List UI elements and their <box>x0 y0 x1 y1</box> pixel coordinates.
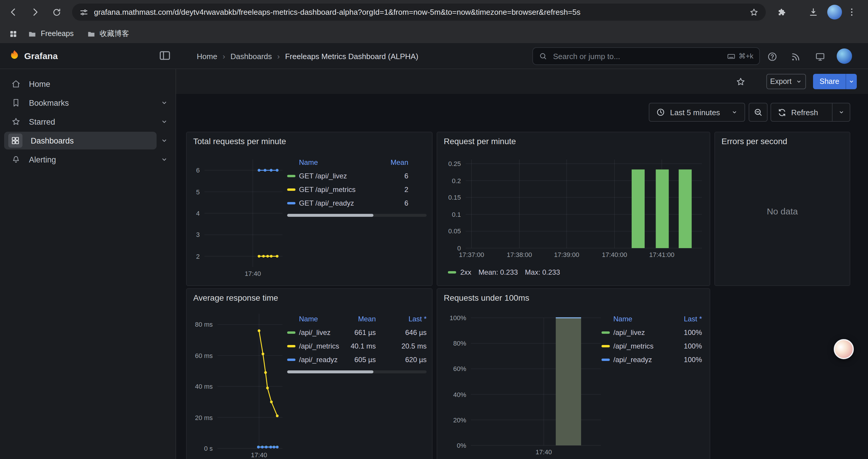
legend-row[interactable]: /api/_livez 100% <box>601 326 702 339</box>
search-input[interactable] <box>552 51 722 61</box>
legend-max: Max: 0.233 <box>525 268 560 276</box>
panel-title[interactable]: Requests under 100ms <box>444 293 529 302</box>
panel-title[interactable]: Total requests per minute <box>193 136 286 146</box>
scrollbar[interactable] <box>287 370 427 373</box>
downloads-icon[interactable] <box>806 5 821 20</box>
timeseries-chart[interactable]: 0 s20 ms40 ms60 ms80 ms17:40 <box>217 314 282 448</box>
search-box[interactable]: ⌘+k <box>532 47 760 65</box>
chevron-down-icon[interactable] <box>157 153 172 167</box>
chart-canvas[interactable] <box>217 314 282 448</box>
site-settings-icon[interactable] <box>79 7 89 17</box>
column-last[interactable]: Last * <box>676 315 702 323</box>
share-button[interactable]: Share <box>813 74 846 89</box>
timeseries-chart[interactable]: 2345617:40 <box>205 160 282 267</box>
url-text[interactable]: grafana.mathmast.com/d/deytv4rwavabkb/fr… <box>94 8 744 17</box>
bookmark-folder-freeleaps[interactable]: Freeleaps <box>23 28 79 40</box>
scrollbar[interactable] <box>287 214 427 217</box>
panel-title[interactable]: Average response time <box>193 293 278 302</box>
series-swatch <box>287 345 296 347</box>
chevron-down-icon[interactable] <box>157 114 172 129</box>
folder-icon <box>87 29 95 38</box>
column-mean[interactable]: Mean <box>364 158 408 167</box>
chart-canvas[interactable] <box>471 318 601 446</box>
column-name[interactable]: Name <box>299 315 340 323</box>
axis-tick-label: 60% <box>432 365 466 372</box>
legend-row[interactable]: GET /api/_metrics 2 <box>287 183 427 196</box>
scrollbar-thumb[interactable] <box>287 370 374 373</box>
bookmark-folder-blogs[interactable]: 收藏博客 <box>81 27 134 40</box>
series-last: 620 µs <box>383 355 427 364</box>
legend-item[interactable]: 2xx <box>448 268 471 276</box>
sidebar-item-starred[interactable]: Starred <box>4 113 157 131</box>
series-swatch <box>448 271 456 273</box>
series-swatch <box>601 358 610 361</box>
legend-row[interactable]: GET /api/_livez 6 <box>287 169 427 183</box>
panel-title[interactable]: Errors per second <box>721 136 787 146</box>
series-swatch <box>287 188 296 191</box>
refresh-button[interactable]: Refresh <box>771 103 832 121</box>
sidebar-item-home[interactable]: Home <box>4 75 157 93</box>
refresh-interval-dropdown[interactable] <box>832 103 850 121</box>
share-dropdown[interactable] <box>846 74 857 89</box>
axis-tick-label: 80 ms <box>179 321 213 328</box>
bookmark-star-icon[interactable] <box>749 7 759 17</box>
legend-row[interactable]: /api/_metrics 40.1 ms 20.5 ms <box>287 339 427 353</box>
chevron-down-icon <box>848 78 855 85</box>
panel-total-requests: Total requests per minute 2345617:40 Nam… <box>186 132 433 286</box>
bar-chart[interactable]: 00.050.10.150.20.2517:37:0017:38:0017:39… <box>466 160 702 248</box>
panel-errors-per-second: Errors per second No data <box>714 132 850 286</box>
scrollbar-thumb[interactable] <box>287 214 374 217</box>
legend-row[interactable]: /api/_metrics 100% <box>601 339 702 353</box>
series-name: 2xx <box>460 268 471 276</box>
legend-row[interactable]: /api/_readyz 605 µs 620 µs <box>287 353 427 366</box>
side-panel-icon[interactable] <box>6 27 20 41</box>
axis-tick-label: 5 <box>176 188 200 195</box>
series-value: 2 <box>364 185 408 193</box>
panel-title[interactable]: Request per minute <box>444 136 516 146</box>
dashboard-header: Export Share <box>176 69 868 94</box>
chart-canvas[interactable] <box>466 160 702 248</box>
bar-chart[interactable]: 0%20%40%60%80%100%17:40 <box>471 318 601 446</box>
sidebar-item-dashboards[interactable]: Dashboards <box>4 132 157 150</box>
legend-row[interactable]: /api/_livez 661 µs 646 µs <box>287 326 427 339</box>
legend-header: Name Mean Last * <box>287 313 427 326</box>
forward-button[interactable] <box>28 5 42 20</box>
news-rss-icon[interactable] <box>788 49 804 64</box>
browser-profile-avatar[interactable] <box>827 5 842 20</box>
sidebar-item-alerting[interactable]: Alerting <box>4 151 157 168</box>
address-bar[interactable]: grafana.mathmast.com/d/deytv4rwavabkb/fr… <box>72 4 766 21</box>
export-button[interactable]: Export <box>766 74 806 89</box>
sidebar-item-bookmarks[interactable]: Bookmarks <box>4 94 157 112</box>
breadcrumb-dashboards[interactable]: Dashboards <box>230 52 272 61</box>
chevron-down-icon[interactable] <box>157 133 172 148</box>
kiosk-monitor-icon[interactable] <box>812 49 828 64</box>
chevron-down-icon[interactable] <box>157 96 172 110</box>
user-avatar[interactable] <box>837 48 852 64</box>
back-button[interactable] <box>6 5 21 20</box>
favorite-star-icon[interactable] <box>733 74 747 89</box>
series-name: /api/_metrics <box>613 342 676 350</box>
legend-row[interactable]: /api/_readyz 100% <box>601 353 702 366</box>
axis-tick-label: 3 <box>176 231 200 238</box>
column-name[interactable]: Name <box>299 158 364 167</box>
series-name: GET /api/_readyz <box>299 199 364 207</box>
legend-row[interactable]: GET /api/_readyz 6 <box>287 196 427 210</box>
column-name[interactable]: Name <box>613 315 676 323</box>
zoom-out-button[interactable] <box>749 103 768 122</box>
browser-menu-icon[interactable] <box>844 5 859 20</box>
column-last[interactable]: Last * <box>383 315 427 323</box>
reload-button[interactable] <box>49 5 64 20</box>
chart-canvas[interactable] <box>205 160 282 267</box>
breadcrumb-home[interactable]: Home <box>197 52 217 61</box>
axis-tick-label: 4 <box>176 210 200 217</box>
series-swatch <box>601 331 610 333</box>
legend-table: Name Last * /api/_livez 100% /api/_metri… <box>601 313 702 366</box>
grafana-logo[interactable] <box>8 49 21 63</box>
column-mean[interactable]: Mean <box>340 315 376 323</box>
extensions-icon[interactable] <box>775 5 789 20</box>
time-range-picker[interactable]: Last 5 minutes <box>649 103 745 122</box>
help-icon[interactable] <box>765 49 780 64</box>
dock-menu-icon[interactable] <box>158 49 172 62</box>
axis-tick-label: 17:38:00 <box>496 251 543 258</box>
assistant-avatar[interactable] <box>834 339 854 359</box>
